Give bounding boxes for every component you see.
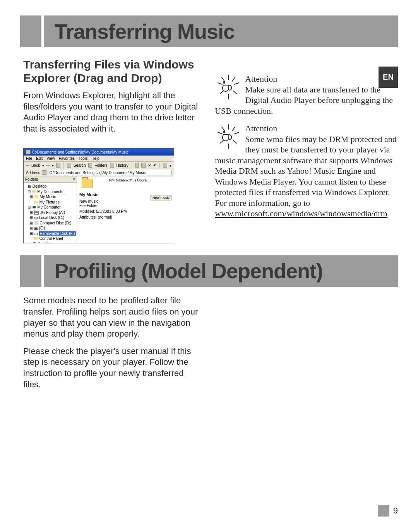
tree-mypictures[interactable]: 📁 My Pictures	[30, 200, 75, 205]
svg-line-5	[220, 91, 223, 94]
language-tab: EN	[379, 67, 398, 88]
explorer-toolbar: ⇦ Back ▾ ⇨ ▾ Search Folders History	[24, 162, 174, 169]
undo-icon[interactable]: ↶	[153, 163, 156, 168]
address-label: Address	[26, 171, 40, 175]
folders-pane-label: Folders	[25, 177, 38, 181]
attention-box-2: Attention Some wma files may be DRM prot…	[215, 123, 398, 219]
tree-mymusic[interactable]: ⊞ 📁 My Music	[30, 194, 75, 200]
forward-icon[interactable]: ⇨	[46, 163, 50, 168]
details-line-2: File Folder	[79, 204, 171, 208]
toolbar-ic2[interactable]	[141, 163, 146, 168]
tree-cd[interactable]: ⊞ 💿 Compact Disc (D:)	[30, 221, 75, 226]
attention2-heading: Attention	[245, 123, 277, 133]
manual-page: EN Transferring Music Transferring Files…	[0, 0, 418, 532]
menu-view[interactable]: View	[46, 156, 55, 161]
svg-line-15	[233, 140, 236, 143]
svg-line-10	[222, 127, 224, 131]
menu-favorites[interactable]: Favorites	[59, 156, 75, 161]
page-number-block	[378, 505, 389, 517]
tree-e[interactable]: ⊞ 🖴 (E:)	[30, 226, 75, 231]
tree-entiremusic[interactable]: 📁 Entire Music	[27, 241, 75, 243]
up-icon[interactable]	[56, 163, 60, 168]
attention2-link[interactable]: www.microsoft.com/windows/windowsmedia/d…	[215, 209, 387, 218]
search-icon[interactable]	[67, 163, 71, 168]
attention2-text1: Some wma files may be DRM protected and …	[215, 134, 397, 197]
section1-subhead: Transferring Files via Windows Explorer …	[23, 58, 203, 85]
explorer-screenshot: C:\Documents and Settings\lig\My Documen…	[23, 148, 174, 243]
menu-edit[interactable]: Edit	[36, 156, 43, 161]
details-title: My Music	[79, 192, 99, 197]
tree-removable[interactable]: ⊞ 🖴 Removable Disk (F:)	[30, 231, 75, 236]
attention2-text2: For more information, go to	[215, 198, 310, 208]
section1-banner: Transferring Music	[20, 15, 398, 47]
new-music-marker: New music	[151, 195, 171, 200]
svg-line-13	[235, 132, 239, 134]
section2-title: Profiling (Model Dependent)	[55, 259, 390, 283]
history-button[interactable]: History	[116, 163, 128, 168]
svg-line-11	[232, 127, 235, 131]
content-icon-1[interactable]	[79, 179, 95, 189]
section1-body: From Windows Explorer, highlight all the…	[23, 90, 203, 134]
section2-para2: Please check the player's user manual if…	[23, 346, 203, 390]
svg-line-4	[235, 83, 239, 84]
content-label-1: MM Jukebox Plus Upgra...	[109, 179, 150, 183]
explorer-menubar: File Edit View Favorites Tools Help	[24, 156, 174, 162]
tree-floppy[interactable]: ⊞ 💾 3½ Floppy (A:)	[30, 210, 75, 216]
svg-line-2	[232, 77, 235, 81]
menu-file[interactable]: File	[26, 156, 32, 161]
history-icon[interactable]	[110, 163, 114, 168]
attention1-heading: Attention	[245, 74, 277, 84]
section1-title: Transferring Music	[55, 19, 390, 43]
svg-point-17	[223, 131, 225, 133]
explorer-content[interactable]: MM Jukebox Plus Upgra... New music My Mu…	[77, 176, 174, 243]
svg-line-12	[218, 132, 222, 134]
address-input[interactable]	[48, 170, 171, 175]
svg-point-8	[223, 82, 225, 83]
menu-help[interactable]: Help	[91, 156, 99, 161]
folder-tree[interactable]: Folders × 🖥 Desktop ⊟ 📁 My Documents ⊞ 📁…	[24, 176, 77, 243]
tree-desktop[interactable]: 🖥 Desktop	[27, 184, 75, 189]
page-number: 9	[393, 506, 398, 516]
search-button[interactable]: Search	[74, 163, 86, 168]
explorer-title-text: C:\Documents and Settings\lig\My Documen…	[32, 150, 128, 154]
explorer-addressbar: Address	[24, 169, 174, 176]
delete-icon[interactable]: ✕	[148, 163, 151, 168]
tree-mycomputer[interactable]: ⊟ 💻 My Computer ⊞ 💾 3½ Floppy (A:) ⊞ 🖴 L…	[27, 205, 75, 241]
section2-banner: Profiling (Model Dependent)	[20, 255, 398, 287]
attention-icon	[215, 74, 242, 101]
svg-line-14	[220, 140, 223, 143]
close-icon[interactable]: ×	[73, 177, 75, 181]
tree-localdisk[interactable]: ⊞ 🖴 Local Disk (C:)	[30, 215, 75, 221]
svg-line-1	[222, 77, 224, 81]
back-button[interactable]: Back	[31, 163, 40, 168]
window-icon	[26, 150, 31, 154]
toolbar-ic1[interactable]	[135, 163, 139, 168]
svg-line-3	[218, 83, 222, 84]
explorer-titlebar: C:\Documents and Settings\lig\My Documen…	[24, 149, 174, 156]
attention-icon	[215, 123, 242, 150]
attention-box-1: Attention Make sure all data are transfe…	[215, 74, 398, 116]
svg-line-6	[233, 91, 236, 94]
views-icon[interactable]	[163, 163, 167, 168]
tree-controlpanel[interactable]: 📁 Control Panel	[30, 236, 75, 241]
details-line-3: Modified: 5/3/2003 5:03 PM	[79, 209, 171, 214]
folders-button[interactable]: Folders	[94, 163, 107, 168]
details-line-4: Attributes: (normal)	[79, 215, 171, 219]
tree-mydocs[interactable]: ⊟ 📁 My Documents ⊞ 📁 My Music 📁 My Pictu…	[27, 189, 75, 205]
menu-tools[interactable]: Tools	[79, 156, 87, 161]
page-number-wrap: 9	[378, 505, 398, 517]
folders-icon[interactable]	[88, 163, 93, 168]
address-icon	[42, 170, 46, 175]
section2-para1: Some models need to be profiled after fi…	[23, 295, 203, 339]
back-icon[interactable]: ⇦	[26, 163, 29, 168]
